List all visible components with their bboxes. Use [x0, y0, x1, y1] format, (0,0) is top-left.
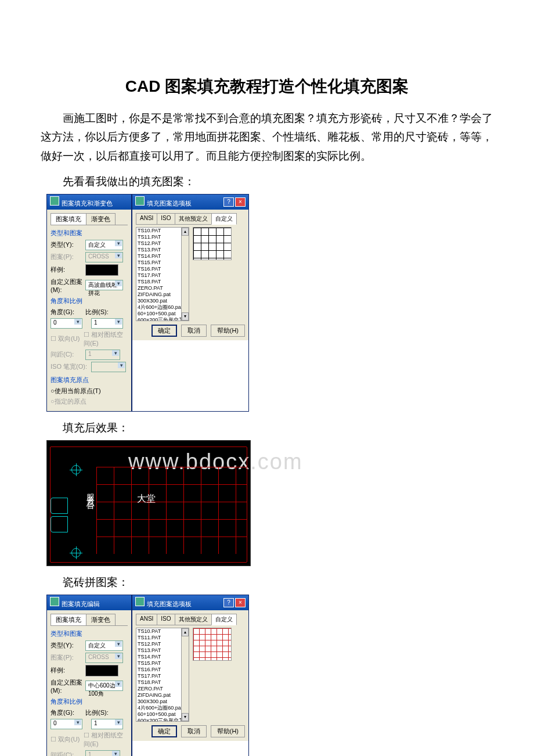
tab-ansi[interactable]: ANSI [136, 614, 157, 625]
label-scale: 比例(S): [85, 708, 120, 717]
marker-icon [71, 465, 81, 474]
select-type[interactable]: 自定义 [85, 640, 123, 651]
close-button[interactable]: × [235, 598, 246, 607]
pattern-listbox[interactable]: TS10.PAT TS11.PAT TS12.PAT TS13.PAT TS14… [136, 628, 189, 722]
select-pattern: CROSS [85, 252, 123, 262]
label-angle: 角度(G): [50, 708, 85, 717]
label-custom: 自定义图案(M): [50, 678, 85, 694]
label-pattern: 图案(P): [50, 653, 85, 662]
tab-custom[interactable]: 自定义 [211, 213, 237, 225]
select-angle[interactable]: 0 [50, 719, 82, 729]
select-scale[interactable]: 1 [91, 318, 123, 329]
palette-titlebar: 填充图案选项板 ? × [132, 595, 248, 610]
label-custom: 自定义图案(M): [50, 278, 85, 293]
ok-button[interactable]: 确定 [151, 725, 177, 737]
desk-shape [50, 498, 68, 514]
input-spacing: 1 [85, 350, 120, 360]
chk-double: 双向(U) [50, 334, 84, 343]
select-pattern: CROSS [85, 653, 123, 663]
label-spacing: 间距(C): [50, 350, 85, 359]
page-title: CAD 图案填充教程打造个性化填充图案 [41, 75, 493, 98]
select-type[interactable]: 自定义 [85, 240, 123, 250]
pattern-preview [193, 628, 232, 661]
tab-iso[interactable]: ISO [157, 614, 175, 625]
select-custom[interactable]: 高波曲线雕拼花 [85, 280, 123, 290]
app-icon [50, 196, 59, 206]
pattern-listbox[interactable]: TS10.PAT TS11.PAT TS12.PAT TS13.PAT TS14… [136, 227, 189, 321]
section-origin: 图案填充原点 [50, 376, 128, 384]
label-type: 类型(Y): [50, 240, 85, 249]
hatch-titlebar: 图案填充编辑 [47, 595, 131, 610]
ok-button[interactable]: 确定 [151, 325, 177, 337]
select-scale[interactable]: 1 [91, 719, 123, 729]
label-scale: 比例(S): [85, 308, 120, 316]
input-spacing: 1 [85, 750, 120, 756]
app-icon [135, 597, 145, 606]
chk-double: 双向(U) [50, 735, 84, 744]
swatch-preview[interactable] [85, 264, 118, 276]
help-button[interactable]: 帮助(H) [211, 325, 245, 337]
tab-hatch[interactable]: 图案填充 [50, 614, 86, 625]
app-icon [50, 597, 59, 606]
chk-relative: 相对图纸空间(E) [84, 731, 128, 748]
scrollbar[interactable] [181, 228, 189, 321]
section-type-pattern: 类型和图案 [50, 629, 128, 638]
hatch-titlebar: 图案填充和渐变色 [47, 195, 131, 210]
palette-title: 填充图案选项板 [147, 600, 192, 607]
cad-result: www.bdocx.com 服务总台 大堂 [46, 440, 251, 566]
tab-gradient[interactable]: 渐变色 [86, 614, 116, 625]
tab-iso[interactable]: ISO [157, 213, 175, 225]
radio-current-origin[interactable]: 使用当前原点(T) [50, 387, 128, 395]
screenshot-2: 图案填充编辑 图案填充 渐变色 类型和图案 类型(Y): 自定义 图案(P): … [46, 595, 493, 756]
help-button[interactable]: 帮助(H) [211, 725, 245, 737]
lobby-label: 大堂 [137, 493, 156, 505]
tab-custom[interactable]: 自定义 [211, 614, 237, 625]
label-swatch: 样例: [50, 265, 85, 274]
tab-other[interactable]: 其他预定义 [175, 213, 212, 225]
caption-3: 瓷砖拼图案： [63, 575, 493, 590]
preview-pane [189, 227, 232, 321]
label-pattern: 图案(P): [50, 253, 85, 261]
tab-other[interactable]: 其他预定义 [175, 614, 212, 625]
palette-titlebar: 填充图案选项板 ? × [132, 195, 248, 210]
hatch-title: 图案填充和渐变色 [62, 200, 113, 207]
hatch-title: 图案填充编辑 [62, 600, 100, 607]
tab-gradient[interactable]: 渐变色 [86, 213, 116, 225]
close-button[interactable]: × [235, 197, 246, 207]
cancel-button[interactable]: 取消 [181, 325, 207, 337]
chk-relative: 相对图纸空间(E) [84, 330, 128, 348]
label-iso: ISO 笔宽(O): [50, 362, 91, 371]
screenshot-1: 图案填充和渐变色 图案填充 渐变色 类型和图案 类型(Y): 自定义 图案(P)… [46, 194, 493, 412]
hatch-edit-dialog: 图案填充编辑 图案填充 渐变色 类型和图案 类型(Y): 自定义 图案(P): … [46, 595, 132, 756]
tab-ansi[interactable]: ANSI [136, 213, 157, 225]
section-angle-scale: 角度和比例 [50, 297, 128, 305]
pattern-preview [193, 227, 232, 260]
marker-icon [71, 548, 81, 557]
label-angle: 角度(G): [50, 308, 85, 316]
palette-dialog: 填充图案选项板 ? × ANSI ISO 其他预定义 自定义 TS10.PAT … [132, 595, 249, 756]
label-spacing: 间距(C): [50, 751, 85, 756]
help-button[interactable]: ? [223, 197, 234, 207]
tab-hatch[interactable]: 图案填充 [50, 213, 86, 225]
palette-title: 填充图案选项板 [147, 200, 192, 207]
select-angle[interactable]: 0 [50, 318, 82, 329]
intro-paragraph: 画施工图时，你是不是常常找不到合意的填充图案？填充方形瓷砖，尺寸又不准？学会了这… [41, 109, 493, 165]
section-type-pattern: 类型和图案 [50, 229, 128, 237]
caption-1: 先看看我做出的填充图案： [63, 174, 493, 189]
select-custom[interactable]: 中心600边100角 [85, 681, 123, 691]
select-iso [91, 362, 126, 372]
scrollbar[interactable] [181, 628, 189, 721]
radio-specified-origin[interactable]: 指定的原点 [50, 397, 128, 406]
desk-shape [50, 516, 68, 532]
palette-dialog: 填充图案选项板 ? × ANSI ISO 其他预定义 自定义 TS10.PAT … [132, 194, 249, 412]
label-swatch: 样例: [50, 666, 85, 675]
app-icon [135, 196, 145, 206]
preview-pane [189, 628, 232, 722]
help-button[interactable]: ? [223, 598, 234, 607]
swatch-preview[interactable] [85, 665, 118, 676]
desk-label: 服务总台 [85, 487, 95, 496]
section-angle-scale: 角度和比例 [50, 697, 128, 706]
label-type: 类型(Y): [50, 641, 85, 650]
caption-2: 填充后效果： [63, 420, 493, 435]
cancel-button[interactable]: 取消 [181, 725, 207, 737]
